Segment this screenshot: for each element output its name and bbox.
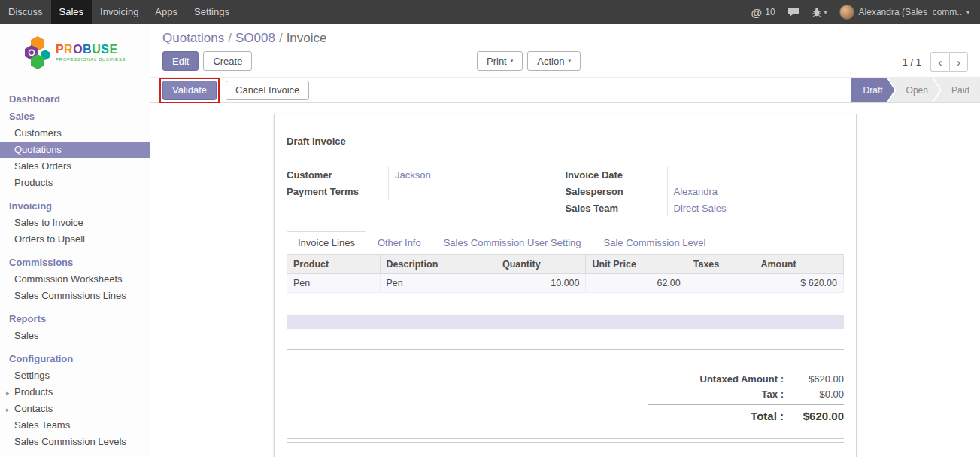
tax-value: $0.00	[784, 388, 844, 400]
logo-title: PROBUSE	[56, 43, 126, 56]
chevron-right-icon: ▸	[6, 388, 10, 398]
sidebar-item-customers[interactable]: Customers	[0, 125, 150, 142]
menu-settings[interactable]: Settings	[186, 0, 238, 24]
main-content: Quotations/SO008/Invoice Edit Create Pri…	[150, 24, 980, 457]
user-menu[interactable]: Alexandra (Sales_comm.. ▾	[839, 5, 969, 20]
sidebar-item-sales-commissions-lines[interactable]: Sales Commissions Lines	[0, 288, 150, 304]
sales-team-label: Sales Team	[566, 203, 667, 214]
sidebar-item-sales-commission-levels[interactable]: Sales Commission Levels	[0, 434, 150, 450]
untaxed-amount-label: Untaxed Amount :	[648, 373, 784, 385]
pager-next-button[interactable]: ›	[949, 52, 968, 72]
print-dropdown-button[interactable]: Print▾	[477, 51, 523, 71]
sidebar-item-sales-teams[interactable]: Sales Teams	[0, 417, 150, 434]
sidebar-item-config-products[interactable]: ▸Products	[0, 384, 150, 401]
header-taxes[interactable]: Taxes	[687, 255, 754, 274]
state-draft[interactable]: Draft	[851, 78, 895, 102]
menu-apps[interactable]: Apps	[147, 0, 186, 24]
total-row: Total : $620.00	[648, 404, 844, 425]
activities-button[interactable]: @ 10	[751, 6, 775, 19]
edit-button[interactable]: Edit	[162, 51, 199, 71]
topbar-right: @ 10 ▾ Alexandra (Sales_comm.. ▾	[751, 0, 980, 24]
user-name: Alexandra (Sales_comm..	[859, 7, 962, 17]
header-unit-price[interactable]: Unit Price	[586, 255, 687, 274]
pager-previous-button[interactable]: ‹	[930, 52, 949, 72]
pager: ‹ ›	[930, 52, 968, 72]
invoice-state-title: Draft Invoice	[287, 136, 844, 147]
messages-button[interactable]	[787, 7, 799, 17]
sidebar-section-configuration[interactable]: Configuration	[0, 350, 150, 367]
invoice-date-label: Invoice Date	[566, 169, 667, 181]
breadcrumb-so008[interactable]: SO008	[235, 31, 275, 45]
sidebar-item-label: Contacts	[14, 403, 53, 414]
total-value: $620.00	[784, 410, 844, 422]
header-amount[interactable]: Amount	[754, 255, 844, 274]
field-salesperson: Salesperson Alexandra	[566, 183, 845, 200]
menu-discuss[interactable]: Discuss	[0, 0, 51, 24]
cancel-invoice-button[interactable]: Cancel Invoice	[226, 81, 309, 100]
validate-button[interactable]: Validate	[162, 81, 217, 100]
tab-sales-commission-user-setting[interactable]: Sales Commission User Setting	[432, 231, 593, 254]
breadcrumb-quotations[interactable]: Quotations	[162, 31, 224, 45]
topbar-menus: Discuss Sales Invoicing Apps Settings	[0, 0, 238, 24]
debug-menu-button[interactable]: ▾	[812, 7, 827, 17]
control-panel-left: Edit Create	[162, 51, 252, 71]
sidebar-item-commission-worksheets[interactable]: Commission Worksheets	[0, 271, 150, 288]
header-quantity[interactable]: Quantity	[496, 255, 586, 274]
sidebar-item-settings[interactable]: Settings	[0, 367, 150, 384]
field-customer: Customer Jackson	[287, 166, 566, 183]
header-description[interactable]: Description	[380, 255, 496, 274]
customer-value[interactable]: Jackson	[388, 166, 566, 183]
control-panel-center: Print▾ Action▾	[477, 51, 581, 71]
activities-icon: @	[751, 6, 763, 19]
state-open[interactable]: Open	[888, 78, 940, 102]
sidebar-section-dashboard[interactable]: Dashboard	[0, 90, 150, 108]
header-product[interactable]: Product	[287, 255, 381, 274]
chevron-down-icon: ▾	[511, 58, 514, 64]
field-column-right: Invoice Date Salesperson Alexandra Sales…	[566, 166, 845, 216]
cell-taxes[interactable]	[687, 274, 754, 293]
sidebar-item-reports-sales[interactable]: Sales	[0, 328, 150, 344]
avatar	[839, 5, 854, 20]
sidebar-section-reports[interactable]: Reports	[0, 310, 150, 328]
sidebar-item-config-contacts[interactable]: ▸Contacts	[0, 401, 150, 417]
chevron-down-icon: ▾	[824, 9, 827, 16]
chat-bubble-icon	[787, 7, 799, 17]
salesperson-value[interactable]: Alexandra	[667, 183, 845, 200]
state-paid[interactable]: Paid	[933, 78, 980, 102]
menu-sales[interactable]: Sales	[51, 0, 93, 24]
table-row[interactable]: Pen Pen 10.000 62.00 $ 620.00	[287, 274, 844, 293]
cell-amount[interactable]: $ 620.00	[754, 274, 844, 293]
breadcrumb-separator: /	[228, 31, 232, 45]
bug-icon	[812, 7, 822, 17]
sales-team-value[interactable]: Direct Sales	[667, 200, 845, 216]
tab-invoice-lines[interactable]: Invoice Lines	[287, 231, 366, 254]
topbar: Discuss Sales Invoicing Apps Settings @ …	[0, 0, 980, 24]
field-group: Customer Jackson Payment Terms Invoice D…	[287, 166, 844, 216]
cell-product[interactable]: Pen	[287, 274, 381, 293]
breadcrumb: Quotations/SO008/Invoice	[162, 30, 968, 46]
control-panel-row: Edit Create Print▾ Action▾ 1 / 1 ‹ ›	[162, 51, 968, 72]
tab-other-info[interactable]: Other Info	[366, 231, 432, 254]
action-dropdown-button[interactable]: Action▾	[527, 51, 581, 71]
cell-quantity[interactable]: 10.000	[496, 274, 586, 293]
sidebar-item-products[interactable]: Products	[0, 175, 150, 191]
sidebar: PROBUSE PROFESSIONAL BUSINESS Dashboard …	[0, 24, 150, 457]
sidebar-item-orders-to-upsell[interactable]: Orders to Upsell	[0, 231, 150, 248]
sidebar-section-invoicing[interactable]: Invoicing	[0, 197, 150, 215]
sidebar-item-label: Products	[14, 386, 53, 398]
sidebar-item-sales-to-invoice[interactable]: Sales to Invoice	[0, 215, 150, 231]
sidebar-item-quotations[interactable]: Quotations	[0, 142, 150, 158]
control-panel: Quotations/SO008/Invoice Edit Create Pri…	[150, 24, 980, 77]
cell-unit-price[interactable]: 62.00	[586, 274, 687, 293]
sidebar-section-sales[interactable]: Sales	[0, 108, 150, 125]
sidebar-item-sales-orders[interactable]: Sales Orders	[0, 158, 150, 175]
logo-subtitle: PROFESSIONAL BUSINESS	[56, 57, 126, 62]
cell-description[interactable]: Pen	[380, 274, 496, 293]
create-button[interactable]: Create	[203, 51, 252, 71]
sidebar-section-commissions[interactable]: Commissions	[0, 254, 150, 271]
tax-label: Tax :	[648, 388, 784, 400]
chevron-down-icon: ▾	[568, 58, 571, 64]
menu-invoicing[interactable]: Invoicing	[92, 0, 147, 24]
logo-hexagons-icon	[24, 35, 51, 69]
tab-sale-commission-level[interactable]: Sale Commission Level	[593, 231, 718, 254]
